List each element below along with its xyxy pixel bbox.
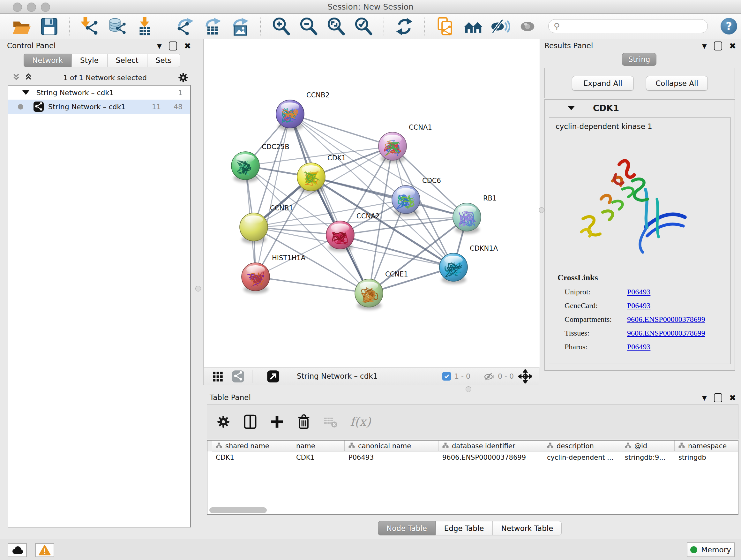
save-session-icon[interactable] (39, 17, 59, 37)
table-cell[interactable]: CDK1 (212, 452, 292, 463)
open-session-icon[interactable] (11, 17, 31, 37)
delete-column-icon[interactable] (296, 415, 311, 429)
horizontal-scrollbar-thumb[interactable] (209, 507, 267, 513)
network-node-CDC6[interactable]: CDC6 (392, 177, 441, 216)
network-view-icon[interactable] (232, 370, 245, 383)
add-column-icon[interactable] (270, 415, 284, 429)
network-node-CCNA2[interactable]: CCNA2 (326, 212, 380, 252)
crosslink-link[interactable]: P06493 (627, 343, 650, 351)
import-database-icon[interactable] (107, 17, 127, 37)
tab-style[interactable]: Style (71, 54, 107, 67)
column-header-namespace[interactable]: namespace (675, 441, 738, 451)
crosslink-link[interactable]: 9606.ENSP00000378699 (627, 329, 705, 337)
panel-menu-icon[interactable]: ▼ (157, 43, 162, 50)
network-node-CCNB2[interactable]: CCNB2 (276, 91, 330, 131)
function-builder-icon: f(x) (350, 415, 371, 429)
table-cell[interactable]: 9606.ENSP00000378699 (439, 452, 543, 463)
import-table-icon[interactable] (135, 17, 154, 37)
memory-status-dot (690, 546, 697, 553)
table-cell[interactable]: cyclin-dependent ... (543, 452, 621, 463)
warnings-button[interactable] (35, 543, 54, 557)
network-edge[interactable] (256, 114, 290, 277)
network-node-CCNE1[interactable]: CCNE1 (355, 270, 408, 310)
network-node-CDK1[interactable]: CDK1 (297, 154, 346, 193)
tab-sets[interactable]: Sets (147, 54, 180, 67)
collapse-all-button[interactable]: Collapse All (646, 76, 708, 91)
tab-string[interactable]: String (622, 53, 657, 66)
home-icon[interactable] (463, 17, 482, 37)
network-node-CDKN1A[interactable]: CDKN1A (440, 245, 498, 284)
table-row[interactable]: CDK1CDK1P064939606.ENSP00000378699cyclin… (212, 452, 738, 463)
open-in-window-icon[interactable] (267, 370, 280, 383)
import-network-icon[interactable] (80, 17, 99, 37)
bottom-splitter-handle[interactable] (466, 386, 471, 392)
network-options-gear-icon[interactable] (178, 72, 189, 83)
show-columns-icon[interactable] (243, 415, 258, 429)
birdseye-view-icon[interactable] (518, 369, 532, 383)
panel-close-icon[interactable]: ✖ (729, 394, 736, 402)
crosslink-link[interactable]: P06493 (627, 288, 650, 296)
crosslink-link[interactable]: 9606.ENSP00000378699 (627, 315, 705, 324)
network-node-CCNA1[interactable]: CCNA1 (379, 124, 432, 163)
network-edge[interactable] (290, 114, 369, 293)
zoom-selected-icon[interactable] (354, 17, 374, 37)
collapse-all-icon[interactable] (12, 73, 20, 82)
table-options-gear-icon[interactable] (216, 415, 231, 429)
table-cell[interactable]: CDK1 (292, 452, 345, 463)
network-node-RB1[interactable]: RB1 (453, 194, 496, 234)
column-header-canonical-name[interactable]: canonical name (345, 441, 439, 451)
tab-node-table[interactable]: Node Table (378, 521, 435, 536)
network-canvas[interactable]: CCNB2 CCNA1 CDC25B CDK1 CDC6 RB1 CCNB1 (203, 39, 540, 367)
collection-expand-icon[interactable] (22, 90, 29, 95)
network-row[interactable]: String Network – cdk1 11 48 (8, 100, 190, 114)
duplicate-network-icon[interactable] (435, 17, 455, 37)
export-table-icon[interactable] (203, 17, 223, 37)
tab-select[interactable]: Select (107, 54, 147, 67)
network-edge[interactable] (290, 114, 393, 146)
crosslink-link[interactable]: P06493 (627, 301, 650, 310)
column-header-shared-name[interactable]: shared name (212, 441, 292, 451)
table-cell[interactable]: stringdb:9... (621, 452, 675, 463)
tab-network[interactable]: Network (23, 54, 71, 67)
tab-network-table[interactable]: Network Table (493, 521, 562, 536)
gene-collapse-icon[interactable] (567, 106, 575, 110)
network-edge[interactable] (311, 177, 467, 217)
panel-menu-icon[interactable]: ▼ (702, 394, 707, 401)
selected-nodes-checkbox[interactable] (442, 372, 451, 381)
gene-header[interactable]: CDK1 (545, 100, 735, 116)
panel-float-icon[interactable] (169, 42, 177, 51)
column-header-@id[interactable]: @id (621, 441, 675, 451)
network-node-HIST1H1A[interactable]: HIST1H1A (242, 254, 306, 294)
panel-close-icon[interactable]: ✖ (729, 42, 736, 50)
panel-menu-icon[interactable]: ▼ (702, 43, 707, 50)
expand-all-icon[interactable] (24, 73, 32, 82)
export-network-icon[interactable] (176, 17, 195, 37)
panel-float-icon[interactable] (714, 42, 722, 51)
network-collection-row[interactable]: String Network – cdk1 1 (8, 85, 190, 100)
help-button[interactable]: ? (721, 18, 737, 35)
hide-panels-icon[interactable] (490, 17, 510, 37)
search-field[interactable]: ⚲ (548, 19, 708, 33)
column-header-description[interactable]: description (543, 441, 621, 451)
left-splitter-handle[interactable] (195, 286, 201, 292)
column-header-name[interactable]: name (292, 441, 345, 451)
refresh-layout-icon[interactable] (394, 17, 414, 37)
zoom-fit-icon[interactable] (326, 17, 346, 37)
export-image-icon[interactable] (230, 17, 250, 37)
show-panels-icon[interactable] (518, 17, 537, 37)
table-cell[interactable]: stringdb (675, 452, 738, 463)
panel-float-icon[interactable] (714, 393, 722, 402)
tab-edge-table[interactable]: Edge Table (435, 521, 493, 536)
expand-all-button[interactable]: Expand All (572, 76, 634, 91)
table-cell[interactable]: P06493 (345, 452, 439, 463)
panel-close-icon[interactable]: ✖ (184, 42, 191, 50)
grid-view-icon[interactable] (212, 371, 223, 382)
right-splitter-handle[interactable] (539, 207, 544, 213)
memory-button[interactable]: Memory (687, 543, 735, 557)
search-input[interactable] (562, 22, 701, 30)
zoom-out-icon[interactable] (299, 17, 319, 37)
column-header-database-identifier[interactable]: database identifier (439, 441, 543, 451)
zoom-in-icon[interactable] (271, 17, 291, 37)
cloud-status-button[interactable] (8, 543, 27, 557)
network-edge[interactable] (256, 277, 369, 293)
